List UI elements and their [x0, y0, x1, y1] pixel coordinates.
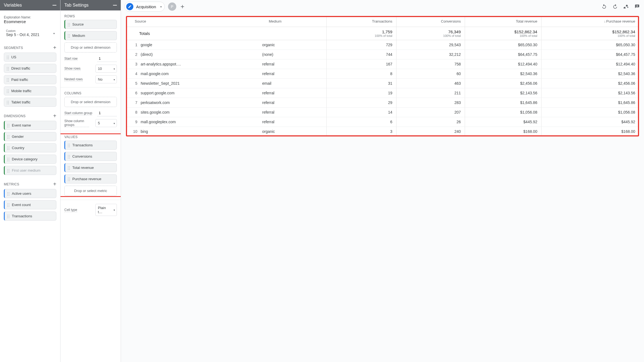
row-total-revenue: $1,056.08	[465, 108, 541, 117]
chip-label: Purchase revenue	[72, 177, 101, 181]
show-col-select[interactable]: 5	[95, 119, 117, 127]
table-row[interactable]: 4mail.google.comreferral860$2,540.36$2,5…	[126, 69, 639, 79]
row-transactions: 8	[327, 69, 396, 79]
show-rows-label: Show rows	[64, 67, 81, 71]
minimize-icon[interactable]	[53, 5, 56, 6]
table-row[interactable]: 10bingorganic3240$168.00$168.00	[126, 127, 639, 136]
redo-icon[interactable]	[612, 3, 619, 10]
row-total-revenue: $2,540.36	[465, 69, 541, 79]
col-transactions[interactable]: Transactions	[327, 16, 396, 27]
dimension-chip[interactable]: Device category	[4, 155, 56, 164]
dimension-chip[interactable]: Country	[4, 143, 56, 152]
table-row[interactable]: 8sites.google.comreferral14207$1,056.08$…	[126, 108, 639, 117]
chip-label: Tablet traffic	[11, 100, 31, 104]
nested-rows-label: Nested rows	[64, 77, 83, 81]
row-chip[interactable]: Medium	[64, 31, 117, 40]
segment-chip[interactable]: US	[4, 53, 56, 62]
table-row[interactable]: 6support.google.comreferral19211$2,143.5…	[126, 88, 639, 98]
add-metric-button[interactable]: +	[53, 181, 56, 187]
col-purchase-revenue[interactable]: ↓Purchase revenue	[541, 16, 639, 27]
tab-acquisition[interactable]: Acquisition	[124, 2, 165, 12]
row-total-revenue: $12,494.40	[465, 59, 541, 69]
value-chip[interactable]: Purchase revenue	[64, 174, 117, 183]
add-segment-button[interactable]: +	[53, 45, 56, 51]
chip-label: First user medium	[12, 168, 40, 172]
row-purchase-revenue: $12,494.40	[541, 59, 639, 69]
row-conversions: 32,212	[396, 50, 465, 59]
chip-label: Gender	[12, 135, 24, 139]
drag-icon	[7, 169, 10, 172]
nested-rows-select[interactable]: No	[95, 75, 117, 83]
undo-icon[interactable]	[601, 3, 608, 10]
table-row[interactable]: 5Newsletter_Sept_2021email31463$2,456.06…	[126, 79, 639, 88]
row-transactions: 6	[327, 117, 396, 127]
segment-chip[interactable]: Tablet traffic	[4, 98, 56, 107]
value-chip[interactable]: Transactions	[64, 141, 117, 150]
col-total-revenue[interactable]: Total revenue	[465, 16, 541, 27]
add-dimension-button[interactable]: +	[53, 113, 56, 119]
chip-label: Paid traffic	[11, 78, 28, 82]
privacy-badge[interactable]: P	[168, 2, 176, 11]
row-medium: organic	[260, 127, 327, 136]
columns-drop-zone[interactable]: Drop or select dimension	[64, 97, 117, 107]
table-row[interactable]: 9mall.googleplex.comreferral626$445.92$4…	[126, 117, 639, 127]
date-range-picker[interactable]: Custom Sep 5 - Oct 4, 2021 ▾	[4, 28, 56, 39]
show-rows-select[interactable]: 10	[95, 65, 117, 73]
row-transactions: 744	[327, 50, 396, 59]
table-row[interactable]: 1googleorganic72929,543$65,050.30$65,050…	[126, 40, 639, 50]
row-index: 5	[126, 79, 139, 88]
values-drop-zone[interactable]: Drop or select metric	[64, 186, 117, 196]
start-col-label: Start column group	[64, 111, 92, 115]
row-transactions: 19	[327, 88, 396, 98]
metric-chip[interactable]: Event count	[4, 200, 56, 209]
start-row-input[interactable]	[97, 55, 117, 62]
cell-type-label: Cell type	[64, 208, 77, 212]
dimensions-label: DIMENSIONS	[4, 114, 26, 118]
col-conversions[interactable]: Conversions	[396, 16, 465, 27]
drag-icon	[67, 34, 70, 38]
row-index: 2	[126, 50, 139, 59]
show-col-label: Show column groups	[64, 119, 89, 127]
row-source: art-analytics.appspot.…	[139, 59, 260, 69]
col-medium[interactable]: Medium	[260, 16, 327, 27]
totals-label: Totals	[126, 27, 260, 40]
table-row[interactable]: 3art-analytics.appspot.…referral167758$1…	[126, 59, 639, 69]
date-range-value: Sep 5 - Oct 4, 2021	[6, 32, 54, 37]
download-icon[interactable]	[634, 3, 641, 10]
exploration-name[interactable]: Ecommerce	[4, 19, 56, 24]
dimension-chip[interactable]: First user medium	[4, 166, 56, 175]
row-transactions: 3	[327, 127, 396, 136]
add-tab-button[interactable]: +	[181, 3, 185, 10]
metric-chip[interactable]: Active users	[4, 189, 56, 198]
dimension-chip[interactable]: Gender	[4, 132, 56, 141]
row-source: bing	[139, 127, 260, 136]
row-purchase-revenue: $2,143.56	[541, 88, 639, 98]
row-medium: referral	[260, 59, 327, 69]
cell-type-select[interactable]: Plain t…	[95, 204, 117, 216]
rows-drop-zone[interactable]: Drop or select dimension	[64, 42, 117, 53]
segment-chip[interactable]: Paid traffic	[4, 75, 56, 84]
table-row[interactable]: 2(direct)(none)74432,212$64,457.75$64,45…	[126, 50, 639, 59]
topbar: Acquisition P +	[121, 0, 644, 13]
metric-chip[interactable]: Transactions	[4, 212, 56, 221]
col-source[interactable]: Source	[126, 16, 260, 27]
totals-pct: 100% of total	[399, 34, 461, 37]
segment-chip[interactable]: Direct traffic	[4, 64, 56, 73]
start-col-input[interactable]	[97, 110, 117, 116]
totals-total-revenue: $152,862.34	[467, 29, 537, 34]
share-icon[interactable]	[623, 3, 630, 10]
row-conversions: 60	[396, 69, 465, 79]
drag-icon	[67, 177, 70, 181]
row-source: Newsletter_Sept_2021	[139, 79, 260, 88]
value-chip[interactable]: Total revenue	[64, 163, 117, 172]
segment-chip[interactable]: Mobile traffic	[4, 86, 56, 95]
minimize-icon[interactable]	[113, 5, 117, 6]
row-index: 4	[126, 69, 139, 79]
dimension-chip[interactable]: Event name	[4, 121, 56, 130]
totals-purchase-revenue: $152,862.34	[544, 29, 635, 34]
tab-title: Acquisition	[136, 4, 156, 9]
value-chip[interactable]: Conversions	[64, 152, 117, 161]
table-row[interactable]: 7perksatwork.comreferral29283$1,645.86$1…	[126, 98, 639, 108]
drag-icon	[6, 67, 9, 70]
row-chip[interactable]: Source	[64, 20, 117, 29]
